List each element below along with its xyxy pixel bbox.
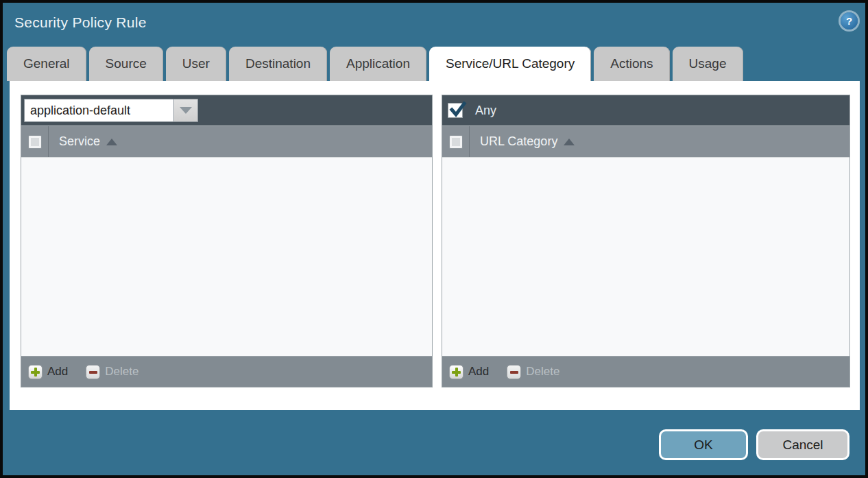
security-policy-rule-dialog: Security Policy Rule ? General Source Us… (0, 0, 868, 478)
tab-user[interactable]: User (166, 47, 226, 81)
service-select-all-cell (21, 126, 49, 157)
url-category-select-all-checkbox[interactable] (449, 135, 463, 149)
chevron-down-icon (180, 107, 192, 114)
url-category-select-all-cell (442, 126, 470, 157)
service-mode-dropdown-button[interactable] (173, 99, 198, 122)
tab-destination[interactable]: Destination (229, 47, 327, 81)
service-list (21, 158, 432, 356)
tab-bar: General Source User Destination Applicat… (7, 47, 743, 81)
service-toolbar: Add Delete (21, 356, 432, 387)
tab-general[interactable]: General (7, 47, 86, 81)
any-row: Any (442, 103, 496, 118)
service-mode-bar (21, 95, 432, 126)
url-category-column-header[interactable]: URL Category (480, 134, 575, 149)
delete-button-label: Delete (526, 365, 559, 379)
add-plus-icon (449, 365, 463, 379)
any-checkbox-label: Any (475, 104, 496, 118)
service-mode-dropdown (24, 99, 198, 122)
tab-usage[interactable]: Usage (673, 47, 743, 81)
tab-service-url-category[interactable]: Service/URL Category (429, 47, 591, 81)
any-checkbox[interactable] (448, 103, 463, 118)
tab-actions[interactable]: Actions (594, 47, 669, 81)
url-category-panel: Any URL Category Add (442, 95, 850, 387)
add-button-label: Add (47, 365, 68, 379)
cancel-button[interactable]: Cancel (756, 429, 849, 460)
check-mark-icon (449, 101, 467, 119)
service-add-button[interactable]: Add (28, 365, 68, 379)
service-table-header: Service (21, 126, 432, 158)
dialog-title: Security Policy Rule (14, 14, 147, 31)
url-category-table-header: URL Category (442, 126, 849, 158)
add-button-label: Add (468, 365, 489, 379)
delete-minus-icon (507, 365, 521, 379)
url-category-add-button[interactable]: Add (449, 365, 489, 379)
url-category-any-bar: Any (442, 95, 849, 126)
service-panel: Service Add Delete (21, 95, 433, 387)
sort-ascending-icon (564, 139, 575, 145)
delete-minus-icon (86, 365, 100, 379)
delete-button-label: Delete (105, 365, 138, 379)
url-category-column-label: URL Category (480, 134, 557, 149)
url-category-list (442, 158, 849, 356)
tab-source[interactable]: Source (89, 47, 163, 81)
add-plus-icon (28, 365, 43, 379)
service-column-header[interactable]: Service (59, 134, 117, 149)
service-column-label: Service (59, 134, 100, 149)
ok-button[interactable]: OK (659, 429, 748, 460)
service-mode-input[interactable] (24, 99, 173, 122)
url-category-delete-button[interactable]: Delete (507, 365, 559, 379)
service-select-all-checkbox[interactable] (28, 135, 42, 149)
tab-content-area: Service Add Delete (10, 81, 860, 410)
help-icon[interactable]: ? (841, 12, 858, 29)
url-category-toolbar: Add Delete (442, 356, 849, 387)
sort-ascending-icon (106, 139, 117, 145)
service-delete-button[interactable]: Delete (86, 365, 138, 379)
tab-application[interactable]: Application (330, 47, 426, 81)
